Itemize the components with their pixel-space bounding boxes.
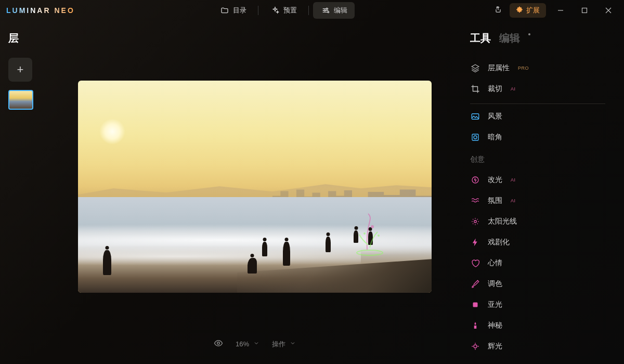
tool-label: 心情 — [488, 258, 502, 268]
watermark — [341, 209, 404, 261]
svg-point-5 — [363, 232, 366, 235]
tool-label: 戏剧化 — [488, 238, 510, 247]
flash-icon — [470, 175, 480, 185]
sparkle-icon — [270, 5, 280, 16]
svg-point-0 — [326, 8, 328, 9]
glow-icon — [470, 341, 480, 352]
operations-menu[interactable]: 操作 — [272, 340, 296, 349]
main-tabs: 目录 预置 编辑 — [75, 2, 492, 19]
svg-point-2 — [328, 11, 329, 13]
tool-label: 神秘 — [488, 321, 502, 330]
svg-point-8 — [217, 342, 220, 345]
tab-label: 预置 — [283, 6, 297, 15]
right-tabs: 工具 编辑 — [470, 31, 605, 45]
svg-point-11 — [474, 136, 477, 139]
extensions-button[interactable]: 扩展 — [510, 3, 546, 18]
divider — [470, 103, 605, 104]
sun-icon — [470, 216, 480, 227]
tool-label: 裁切 — [488, 84, 502, 94]
svg-rect-9 — [472, 114, 479, 120]
pro-badge: PRO — [518, 66, 529, 71]
indicator-dot — [528, 33, 530, 35]
landscape-icon — [470, 111, 480, 122]
tool-dramatic[interactable]: 戏剧化 — [470, 232, 605, 253]
zoom-level[interactable]: 16% — [236, 340, 259, 348]
image-canvas[interactable] — [78, 81, 432, 293]
tab-presets[interactable]: 预置 — [263, 2, 304, 19]
layer-thumbnail[interactable] — [8, 90, 33, 110]
heart-icon — [470, 258, 480, 268]
tab-tools[interactable]: 工具 — [470, 31, 491, 45]
tool-mystical[interactable]: 神秘 — [470, 315, 605, 336]
layers-panel: 层 + — [0, 21, 52, 364]
candle-icon — [470, 320, 480, 331]
tab-edits[interactable]: 编辑 — [499, 31, 520, 45]
tab-edit[interactable]: 编辑 — [313, 2, 355, 19]
tool-label: 暗角 — [488, 133, 502, 142]
ai-badge: AI — [511, 86, 516, 92]
tab-catalog[interactable]: 目录 — [212, 2, 254, 19]
svg-point-6 — [378, 235, 380, 237]
tool-label: 风景 — [488, 112, 502, 121]
window-maximize[interactable] — [575, 3, 594, 18]
tool-label: 层属性 — [488, 63, 510, 73]
ai-badge: AI — [511, 198, 516, 203]
svg-point-13 — [474, 220, 477, 223]
tab-label: 编辑 — [334, 6, 347, 15]
tool-relight[interactable]: 改光 AI — [470, 170, 605, 190]
svg-rect-3 — [582, 8, 587, 13]
svg-rect-10 — [472, 134, 478, 140]
separator — [258, 6, 258, 15]
tool-label: 辉光 — [488, 342, 502, 351]
layers-title: 层 — [8, 31, 44, 45]
eye-icon — [214, 339, 223, 349]
square-icon — [470, 300, 480, 310]
tool-atmosphere[interactable]: 氛围 AI — [470, 190, 605, 211]
svg-point-1 — [324, 10, 326, 11]
tool-matte[interactable]: 亚光 — [470, 294, 605, 315]
tool-sunrays[interactable]: 太阳光线 — [470, 211, 605, 232]
tools-panel: 工具 编辑 层属性 PRO 裁切 AI 风景 — [458, 21, 624, 364]
tool-crop[interactable]: 裁切 AI — [470, 79, 605, 99]
tool-label: 氛围 — [488, 196, 502, 205]
tool-landscape[interactable]: 风景 — [470, 106, 605, 127]
tool-mood[interactable]: 心情 — [470, 253, 605, 274]
sliders-icon — [320, 5, 331, 16]
ai-badge: AI — [511, 177, 516, 183]
waves-icon — [470, 196, 480, 206]
layers-icon — [470, 63, 480, 73]
tool-label: 亚光 — [488, 300, 502, 309]
share-icon[interactable] — [492, 3, 504, 18]
visibility-toggle[interactable] — [214, 339, 223, 349]
brush-icon — [470, 279, 480, 289]
window-close[interactable] — [599, 3, 618, 18]
canvas-area: 16% 操作 — [52, 21, 458, 364]
extensions-label: 扩展 — [526, 6, 540, 15]
tool-glow[interactable]: 辉光 — [470, 336, 605, 357]
tab-label: 目录 — [233, 6, 246, 15]
puzzle-icon — [516, 6, 523, 15]
tool-toning[interactable]: 调色 — [470, 274, 605, 294]
titlebar-right: 扩展 — [492, 3, 618, 18]
chevron-down-icon — [253, 340, 259, 348]
tool-label: 太阳光线 — [488, 217, 517, 226]
bolt-icon — [470, 237, 480, 248]
tool-label: 调色 — [488, 279, 502, 289]
category-creative: 创意 — [470, 148, 605, 170]
titlebar: LUMINAR NEO 目录 预置 编辑 扩展 — [0, 0, 624, 21]
svg-rect-14 — [473, 303, 478, 307]
svg-point-4 — [371, 225, 374, 228]
vignette-icon — [470, 132, 480, 142]
zoom-value: 16% — [236, 340, 249, 348]
crop-icon — [470, 84, 480, 94]
svg-point-7 — [357, 250, 383, 255]
tool-layer-properties[interactable]: 层属性 PRO — [470, 58, 605, 79]
app-logo: LUMINAR NEO — [6, 6, 75, 15]
svg-point-15 — [474, 345, 477, 348]
tool-label: 改光 — [488, 175, 502, 185]
window-minimize[interactable] — [551, 3, 570, 18]
tool-vignette[interactable]: 暗角 — [470, 127, 605, 148]
add-layer-button[interactable]: + — [8, 58, 32, 82]
ops-label: 操作 — [272, 340, 285, 349]
chevron-down-icon — [290, 340, 296, 348]
